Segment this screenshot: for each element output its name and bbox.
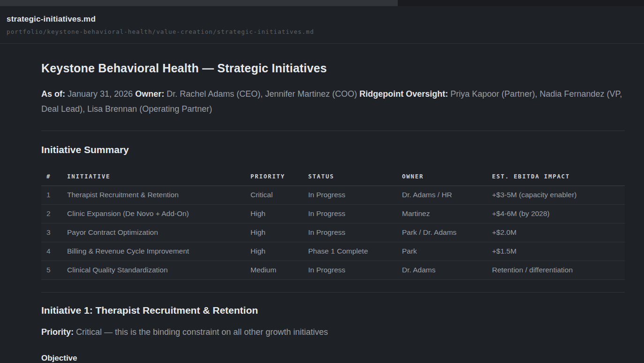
cell-owner: Dr. Adams bbox=[402, 261, 492, 279]
page-title: Keystone Behavioral Health — Strategic I… bbox=[41, 62, 625, 75]
owner-label: Owner: bbox=[135, 89, 164, 99]
column-header-owner: OWNER bbox=[402, 168, 492, 185]
table-row: 2 Clinic Expansion (De Novo + Add-On) Hi… bbox=[41, 204, 625, 223]
file-path-breadcrumb: portfolio/keystone-behavioral-health/val… bbox=[7, 28, 637, 35]
titlebar-left-segment bbox=[0, 0, 398, 6]
table-row: 4 Billing & Revenue Cycle Improvement Hi… bbox=[41, 242, 625, 261]
cell-priority: High bbox=[250, 223, 308, 242]
cell-initiative: Billing & Revenue Cycle Improvement bbox=[67, 242, 250, 261]
cell-ebitda-impact: +$4-6M (by 2028) bbox=[492, 204, 625, 223]
cell-number: 4 bbox=[41, 242, 67, 261]
cell-ebitda-impact: +$1.5M bbox=[492, 242, 625, 261]
cell-status: In Progress bbox=[308, 204, 402, 223]
cell-number: 3 bbox=[41, 223, 67, 242]
section-divider bbox=[41, 292, 625, 293]
cell-number: 5 bbox=[41, 261, 67, 279]
initiative-summary-table: # INITIATIVE PRIORITY STATUS OWNER EST. … bbox=[41, 168, 625, 280]
cell-ebitda-impact: +$3-5M (capacity enabler) bbox=[492, 185, 625, 204]
column-header-status: STATUS bbox=[308, 168, 402, 185]
cell-initiative: Payor Contract Optimization bbox=[67, 223, 250, 242]
table-row: 3 Payor Contract Optimization High In Pr… bbox=[41, 223, 625, 242]
oversight-label: Ridgepoint Oversight: bbox=[359, 89, 448, 99]
as-of-label: As of: bbox=[41, 89, 65, 99]
doc-meta: As of: January 31, 2026 Owner: Dr. Rache… bbox=[41, 86, 625, 116]
cell-priority: Medium bbox=[250, 261, 308, 279]
cell-priority: Critical bbox=[250, 185, 308, 204]
cell-owner: Martinez bbox=[402, 204, 492, 223]
owner-value: Dr. Rachel Adams (CEO), Jennifer Martine… bbox=[167, 89, 357, 99]
cell-ebitda-impact: Retention / differentiation bbox=[492, 261, 625, 279]
section-divider bbox=[41, 131, 625, 131]
table-row: 1 Therapist Recruitment & Retention Crit… bbox=[41, 185, 625, 204]
cell-status: In Progress bbox=[308, 185, 402, 204]
cell-owner: Park bbox=[402, 242, 492, 261]
objective-heading: Objective bbox=[41, 354, 625, 363]
initiative-1-heading: Initiative 1: Therapist Recruitment & Re… bbox=[41, 305, 625, 316]
as-of-value: January 31, 2026 bbox=[68, 89, 133, 99]
cell-priority: High bbox=[250, 242, 308, 261]
priority-value: Critical — this is the binding constrain… bbox=[76, 327, 328, 337]
file-header: strategic-initiatives.md portfolio/keyst… bbox=[0, 6, 644, 44]
spacer bbox=[41, 280, 625, 292]
table-header-row: # INITIATIVE PRIORITY STATUS OWNER EST. … bbox=[41, 168, 625, 185]
cell-number: 2 bbox=[41, 204, 67, 223]
initiative-summary-heading: Initiative Summary bbox=[41, 144, 625, 155]
priority-label: Priority: bbox=[41, 327, 74, 337]
cell-status: In Progress bbox=[308, 223, 402, 242]
column-header-number: # bbox=[41, 168, 67, 185]
table-row: 5 Clinical Quality Standardization Mediu… bbox=[41, 261, 625, 279]
cell-priority: High bbox=[250, 204, 308, 223]
cell-owner: Dr. Adams / HR bbox=[402, 185, 492, 204]
document-view: Keystone Behavioral Health — Strategic I… bbox=[0, 44, 644, 363]
window-titlebar bbox=[0, 0, 644, 6]
cell-initiative: Clinic Expansion (De Novo + Add-On) bbox=[67, 204, 250, 223]
cell-owner: Park / Dr. Adams bbox=[402, 223, 492, 242]
cell-initiative: Clinical Quality Standardization bbox=[67, 261, 250, 279]
cell-ebitda-impact: +$2.0M bbox=[492, 223, 625, 242]
file-name: strategic-initiatives.md bbox=[7, 15, 637, 24]
column-header-initiative: INITIATIVE bbox=[67, 168, 250, 185]
priority-line: Priority: Critical — this is the binding… bbox=[41, 325, 625, 339]
cell-initiative: Therapist Recruitment & Retention bbox=[67, 185, 250, 204]
column-header-priority: PRIORITY bbox=[250, 168, 308, 185]
cell-number: 1 bbox=[41, 185, 67, 204]
cell-status: In Progress bbox=[308, 261, 402, 279]
column-header-ebitda-impact: EST. EBITDA IMPACT bbox=[492, 168, 625, 185]
cell-status: Phase 1 Complete bbox=[308, 242, 402, 261]
titlebar-right-segment bbox=[398, 0, 644, 6]
